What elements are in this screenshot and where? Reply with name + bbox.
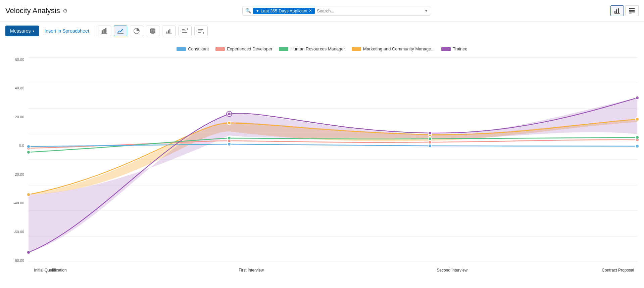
chart-plot — [29, 57, 637, 262]
main-chart-svg — [29, 57, 637, 262]
svg-point-45 — [27, 151, 30, 154]
filter-close-button[interactable]: ✕ — [309, 8, 312, 13]
svg-rect-26 — [198, 31, 202, 31]
measures-button[interactable]: Measures ▾ — [5, 26, 39, 36]
sort-desc-button[interactable] — [194, 26, 208, 36]
svg-point-48 — [636, 136, 639, 139]
search-input[interactable] — [317, 8, 422, 13]
svg-rect-22 — [182, 29, 184, 30]
chart-wrapper: 60.00 40.00 20.00 0.0 -20.00 -40.00 -60.… — [7, 57, 637, 273]
consultant-label: Consultant — [188, 46, 209, 51]
line-chart-button[interactable] — [114, 26, 127, 36]
insert-label: Insert in Spreadsheet — [44, 28, 89, 34]
y-label-minus80: -80.00 — [7, 258, 27, 262]
y-axis: 60.00 40.00 20.00 0.0 -20.00 -40.00 -60.… — [7, 57, 27, 262]
exp-dev-label: Experienced Developer — [227, 46, 272, 51]
svg-rect-5 — [629, 10, 635, 11]
hr-color — [279, 47, 288, 51]
svg-point-40 — [636, 118, 639, 121]
y-label-0: 0.0 — [7, 143, 27, 148]
sort-asc-icon — [182, 28, 188, 34]
line-chart-icon — [117, 28, 123, 34]
stack-chart-icon — [150, 28, 156, 34]
toolbar-divider — [95, 26, 95, 36]
svg-rect-12 — [117, 33, 123, 34]
table-view-button[interactable] — [625, 5, 639, 16]
svg-point-50 — [228, 142, 231, 146]
gear-icon[interactable]: ⚙ — [63, 8, 67, 14]
sort-asc-button[interactable] — [178, 26, 192, 36]
filter-badge[interactable]: ▼ Last 365 Days Applicant ✕ — [253, 8, 315, 14]
svg-rect-10 — [105, 28, 106, 33]
svg-point-53 — [27, 251, 30, 254]
search-area: 🔍 ▼ Last 365 Days Applicant ✕ ▾ — [67, 6, 605, 16]
legend-consultant: Consultant — [177, 46, 209, 51]
svg-point-43 — [428, 140, 432, 144]
svg-rect-18 — [166, 32, 167, 33]
table-view-icon — [629, 8, 635, 14]
svg-point-51 — [428, 144, 432, 148]
filter-icon: ▼ — [256, 9, 259, 13]
bar-chart-button[interactable] — [98, 26, 111, 36]
hr-label: Human Resources Manager — [290, 46, 345, 51]
x-label-cp: Contract Proposal — [602, 268, 634, 273]
chart-legend: Consultant Experienced Developer Human R… — [7, 44, 637, 54]
svg-rect-23 — [182, 31, 186, 31]
y-label-60: 60.00 — [7, 57, 27, 61]
svg-rect-25 — [198, 29, 203, 30]
svg-rect-21 — [166, 34, 172, 34]
trainee-label: Trainee — [453, 46, 467, 51]
y-label-minus20: -20.00 — [7, 172, 27, 176]
svg-point-37 — [27, 193, 30, 196]
small-bar-chart-button[interactable] — [162, 26, 176, 36]
bar-chart-icon — [101, 28, 107, 34]
y-label-minus60: -60.00 — [7, 230, 27, 234]
small-bar-chart2-icon — [166, 28, 172, 34]
svg-point-55 — [428, 131, 432, 135]
chart-area: Consultant Experienced Developer Human R… — [0, 40, 644, 288]
chart-view-button[interactable] — [610, 5, 624, 16]
marketing-color — [352, 47, 361, 51]
search-icon: 🔍 — [245, 8, 251, 13]
marketing-label: Marketing and Community Manage... — [363, 46, 435, 51]
svg-rect-11 — [101, 33, 107, 34]
bar-chart-view-icon — [614, 8, 620, 14]
header: Velocity Analysis ⚙ 🔍 ▼ Last 365 Days Ap… — [0, 0, 644, 22]
pie-chart-button[interactable] — [130, 26, 143, 36]
title-area: Velocity Analysis ⚙ — [5, 6, 67, 15]
trainee-color — [441, 47, 451, 51]
svg-rect-4 — [629, 8, 635, 9]
svg-rect-7 — [629, 13, 632, 13]
search-bar: 🔍 ▼ Last 365 Days Applicant ✕ ▾ — [242, 6, 430, 16]
svg-rect-8 — [101, 30, 103, 33]
svg-rect-20 — [169, 29, 170, 34]
insert-spreadsheet-button[interactable]: Insert in Spreadsheet — [42, 26, 92, 36]
svg-rect-9 — [103, 29, 105, 34]
svg-rect-1 — [616, 9, 617, 13]
filter-label: Last 365 Days Applicant — [261, 8, 307, 13]
measures-label: Measures — [10, 28, 31, 34]
y-label-minus40: -40.00 — [7, 201, 27, 205]
view-toggles — [610, 5, 639, 16]
consultant-color — [177, 47, 186, 51]
svg-point-49 — [27, 145, 30, 148]
svg-rect-3 — [614, 13, 620, 14]
svg-rect-6 — [629, 11, 635, 12]
stack-chart-button[interactable] — [146, 26, 159, 36]
legend-hr-manager: Human Resources Manager — [279, 46, 345, 51]
legend-exp-dev: Experienced Developer — [215, 46, 272, 51]
search-dropdown-icon[interactable]: ▾ — [425, 8, 427, 13]
legend-trainee: Trainee — [441, 46, 467, 51]
svg-point-47 — [428, 137, 432, 140]
svg-rect-19 — [168, 30, 169, 33]
svg-point-52 — [636, 145, 639, 148]
x-label-fi: First Interview — [239, 268, 264, 273]
svg-point-46 — [228, 136, 231, 140]
toolbar: Measures ▾ Insert in Spreadsheet — [0, 22, 644, 40]
x-label-si: Second Interview — [437, 268, 467, 273]
y-label-20: 20.00 — [7, 115, 27, 119]
page-title: Velocity Analysis — [5, 6, 60, 15]
pie-chart-icon — [134, 28, 140, 34]
svg-rect-0 — [614, 11, 615, 13]
svg-point-56 — [636, 96, 639, 99]
